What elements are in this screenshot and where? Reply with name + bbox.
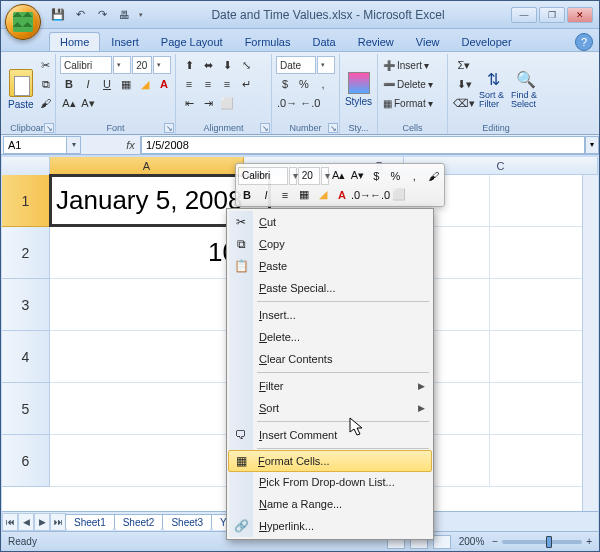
insert-cells-button[interactable]: ➕Insert▾ <box>382 56 430 74</box>
mini-font-color[interactable]: A <box>333 186 351 204</box>
tab-formulas[interactable]: Formulas <box>234 32 302 51</box>
context-menu-item-copy[interactable]: ⧉Copy <box>229 233 431 255</box>
qat-print-icon[interactable]: 🖶 <box>115 6 133 24</box>
font-size-dropdown[interactable]: ▾ <box>153 56 171 74</box>
mini-currency[interactable]: $ <box>367 167 385 185</box>
context-menu-item-clear-contents[interactable]: Clear Contents <box>229 348 431 370</box>
format-painter-button[interactable]: 🖌 <box>37 94 55 112</box>
font-name-combo[interactable]: Calibri <box>60 56 112 74</box>
mini-center[interactable]: ≡ <box>276 186 294 204</box>
sheet-tab-sheet3[interactable]: Sheet3 <box>162 514 212 530</box>
qat-redo-icon[interactable]: ↷ <box>93 6 111 24</box>
mini-italic[interactable]: I <box>257 186 275 204</box>
mini-format-painter[interactable]: 🖌 <box>424 167 442 185</box>
sheet-nav-last[interactable]: ⏭ <box>50 513 66 531</box>
context-menu-item-name-a-range[interactable]: Name a Range... <box>229 493 431 515</box>
sheet-tab-sheet1[interactable]: Sheet1 <box>65 514 115 530</box>
number-format-dropdown[interactable]: ▾ <box>317 56 335 74</box>
context-menu-item-insert[interactable]: Insert... <box>229 304 431 326</box>
select-all-corner[interactable] <box>2 157 50 175</box>
zoom-level[interactable]: 200% <box>459 536 485 547</box>
context-menu-item-delete[interactable]: Delete... <box>229 326 431 348</box>
mini-border[interactable]: ▦ <box>295 186 313 204</box>
minimize-button[interactable]: — <box>511 7 537 23</box>
insert-function-button[interactable]: fx <box>121 136 141 154</box>
mini-size-dd[interactable]: ▾ <box>321 167 329 185</box>
delete-cells-button[interactable]: ➖Delete▾ <box>382 75 434 93</box>
sheet-nav-prev[interactable]: ◀ <box>18 513 34 531</box>
grow-font-button[interactable]: A▴ <box>60 94 78 112</box>
find-select-button[interactable]: 🔍 Find & Select <box>511 56 540 122</box>
tab-page-layout[interactable]: Page Layout <box>150 32 234 51</box>
formula-input[interactable]: 1/5/2008 <box>141 136 585 154</box>
formula-bar-expand[interactable]: ▾ <box>585 136 599 154</box>
mini-shrink-font[interactable]: A▾ <box>349 167 367 185</box>
mini-bold[interactable]: B <box>238 186 256 204</box>
paste-button[interactable]: Paste <box>8 56 34 122</box>
align-left-button[interactable]: ≡ <box>180 75 198 93</box>
merge-button[interactable]: ⬜ <box>218 94 236 112</box>
sort-filter-button[interactable]: ⇅ Sort & Filter <box>479 56 508 122</box>
comma-button[interactable]: , <box>314 75 332 93</box>
office-button[interactable] <box>5 4 41 40</box>
qat-save-icon[interactable]: 💾 <box>49 6 67 24</box>
mini-inc-decimal[interactable]: .0→ <box>352 186 370 204</box>
name-box-dropdown[interactable]: ▾ <box>67 136 81 154</box>
tab-review[interactable]: Review <box>347 32 405 51</box>
tab-insert[interactable]: Insert <box>100 32 150 51</box>
clear-button[interactable]: ⌫▾ <box>452 94 476 112</box>
decrease-decimal-button[interactable]: ←.0 <box>299 94 321 112</box>
tab-data[interactable]: Data <box>301 32 346 51</box>
number-format-combo[interactable]: Date <box>276 56 316 74</box>
align-top-button[interactable]: ⬆ <box>180 56 198 74</box>
sheet-nav-next[interactable]: ▶ <box>34 513 50 531</box>
qat-undo-icon[interactable]: ↶ <box>71 6 89 24</box>
col-header-a[interactable]: A <box>50 157 244 174</box>
mini-font-dd[interactable]: ▾ <box>289 167 297 185</box>
number-launcher[interactable]: ↘ <box>328 123 338 133</box>
close-button[interactable]: ✕ <box>567 7 593 23</box>
wrap-text-button[interactable]: ↵ <box>237 75 255 93</box>
mini-dec-decimal[interactable]: ←.0 <box>371 186 389 204</box>
accounting-button[interactable]: $ <box>276 75 294 93</box>
row-header-6[interactable]: 6 <box>2 435 50 487</box>
context-menu-item-insert-comment[interactable]: 🗨Insert Comment <box>229 424 431 446</box>
shrink-font-button[interactable]: A▾ <box>79 94 97 112</box>
decrease-indent-button[interactable]: ⇤ <box>180 94 198 112</box>
mini-font-name[interactable]: Calibri <box>238 167 288 185</box>
align-bottom-button[interactable]: ⬇ <box>218 56 236 74</box>
row-header-4[interactable]: 4 <box>2 331 50 383</box>
mini-merge[interactable]: ⬜ <box>390 186 408 204</box>
fill-button[interactable]: ⬇▾ <box>452 75 476 93</box>
zoom-out-button[interactable]: − <box>492 536 498 547</box>
font-color-button[interactable]: A <box>155 75 173 93</box>
alignment-launcher[interactable]: ↘ <box>260 123 270 133</box>
help-button[interactable]: ? <box>575 33 593 51</box>
align-center-button[interactable]: ≡ <box>199 75 217 93</box>
mini-comma[interactable]: , <box>405 167 423 185</box>
mini-fill-color[interactable]: ◢ <box>314 186 332 204</box>
maximize-button[interactable]: ❐ <box>539 7 565 23</box>
cut-button[interactable]: ✂ <box>37 56 55 74</box>
context-menu-item-paste-special[interactable]: Paste Special... <box>229 277 431 299</box>
view-page-break-button[interactable] <box>433 535 451 549</box>
align-middle-button[interactable]: ⬌ <box>199 56 217 74</box>
mini-font-size[interactable]: 20 <box>298 167 320 185</box>
copy-button[interactable]: ⧉ <box>37 75 55 93</box>
context-menu-item-hyperlink[interactable]: 🔗Hyperlink... <box>229 515 431 537</box>
zoom-in-button[interactable]: + <box>586 536 592 547</box>
context-menu-item-sort[interactable]: Sort▶ <box>229 397 431 419</box>
context-menu-item-filter[interactable]: Filter▶ <box>229 375 431 397</box>
tab-view[interactable]: View <box>405 32 451 51</box>
format-cells-button[interactable]: ▦Format▾ <box>382 94 434 112</box>
border-button[interactable]: ▦ <box>117 75 135 93</box>
row-header-1[interactable]: 1 <box>2 175 50 227</box>
context-menu-item-pick-from-drop-down-list[interactable]: Pick From Drop-down List... <box>229 471 431 493</box>
context-menu-item-paste[interactable]: 📋Paste <box>229 255 431 277</box>
row-header-2[interactable]: 2 <box>2 227 50 279</box>
font-size-combo[interactable]: 20 <box>132 56 152 74</box>
qat-customize-dropdown[interactable]: ▾ <box>137 6 145 24</box>
cell-styles-button[interactable]: Styles <box>344 56 373 122</box>
font-name-dropdown[interactable]: ▾ <box>113 56 131 74</box>
row-header-3[interactable]: 3 <box>2 279 50 331</box>
